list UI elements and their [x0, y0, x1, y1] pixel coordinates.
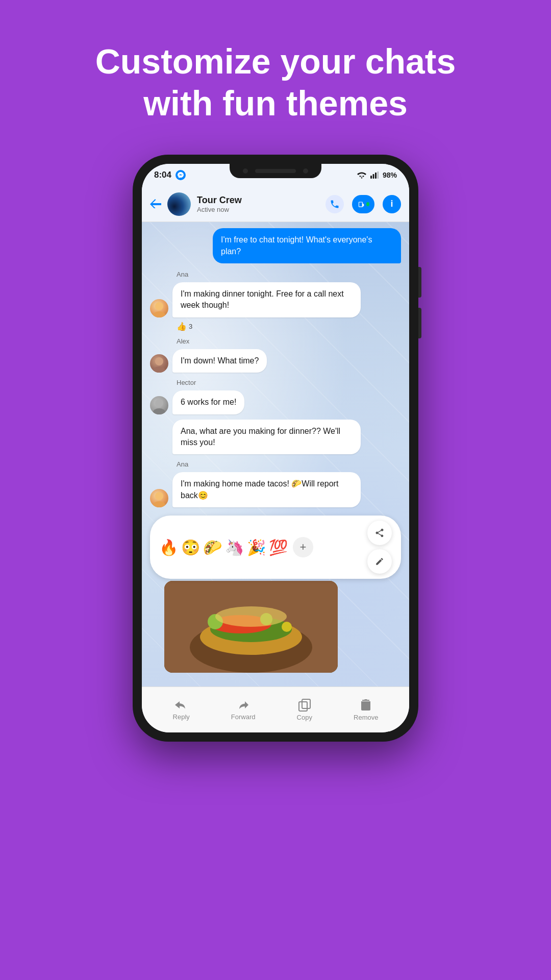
emoji-party[interactable]: 🎉	[247, 538, 266, 556]
signal-icon	[370, 172, 379, 179]
edit-button[interactable]	[367, 549, 392, 574]
svg-point-6	[155, 357, 163, 365]
share-button[interactable]	[367, 521, 392, 545]
svg-rect-1	[372, 174, 374, 179]
svg-point-20	[215, 606, 287, 627]
sender-label-hector: Hector	[177, 379, 401, 386]
volume-button-2[interactable]	[418, 308, 421, 338]
emoji-100[interactable]: 💯	[269, 538, 288, 556]
toolbar-remove[interactable]: Remove	[354, 698, 378, 721]
copy-icon	[298, 698, 311, 712]
svg-rect-22	[299, 702, 307, 711]
message-row-ana1: I'm making dinner tonight. Free for a ca…	[150, 282, 401, 317]
group-status: Active now	[197, 206, 319, 213]
phone-call-button[interactable]	[325, 195, 344, 213]
remove-label: Remove	[354, 714, 378, 721]
remove-icon	[360, 698, 372, 712]
avatar-alex	[150, 354, 168, 373]
speaker	[255, 169, 296, 173]
avatar-hector	[150, 396, 168, 414]
toolbar-copy[interactable]: Copy	[297, 698, 312, 721]
sender-label-alex: Alex	[177, 337, 401, 345]
reply-icon	[174, 699, 188, 711]
battery-text: 98%	[383, 171, 397, 179]
message-row-hector1: 6 works for me!	[150, 390, 401, 414]
status-icons: 98%	[357, 171, 397, 179]
message-bubble-ana1: I'm making dinner tonight. Free for a ca…	[172, 282, 361, 317]
svg-point-19	[282, 622, 292, 632]
message-bubble-alex1: I'm down! What time?	[172, 349, 267, 373]
status-time: 8:04	[154, 170, 171, 180]
svg-rect-2	[375, 173, 377, 179]
toolbar-reply[interactable]: Reply	[173, 699, 190, 721]
svg-rect-0	[370, 176, 372, 179]
phone-frame: 8:04	[133, 155, 418, 742]
reaction-count: 3	[189, 323, 192, 330]
reaction-emoji: 👍	[177, 322, 187, 331]
header-info: Tour Crew Active now	[197, 195, 319, 213]
message-row-alex1: I'm down! What time?	[150, 349, 401, 373]
reaction-badge-ana1: 👍 3	[177, 322, 401, 331]
group-name: Tour Crew	[197, 195, 319, 206]
outgoing-message-1: I'm free to chat tonight! What's everyon…	[213, 228, 401, 263]
food-image	[164, 581, 338, 673]
svg-point-10	[155, 492, 163, 500]
header-actions: i	[325, 195, 401, 213]
hero-line2: with fun themes	[143, 84, 408, 122]
message-row-ana2: I'm making home made tacos! 🌮Will report…	[150, 472, 401, 507]
svg-point-9	[153, 408, 165, 414]
copy-label: Copy	[297, 714, 312, 721]
wifi-icon	[357, 172, 366, 179]
bottom-toolbar: Reply Forward Copy	[142, 687, 409, 732]
phone-notch	[230, 164, 321, 178]
emoji-eyes[interactable]: 😳	[181, 538, 200, 556]
svg-point-4	[155, 302, 163, 310]
messages-container: I'm free to chat tonight! What's everyon…	[142, 222, 409, 513]
sender-label-ana: Ana	[177, 271, 401, 278]
emoji-fire[interactable]: 🔥	[159, 538, 178, 556]
info-button[interactable]: i	[383, 195, 401, 213]
avatar-hector2	[150, 436, 168, 454]
svg-rect-3	[377, 172, 379, 179]
svg-point-5	[153, 311, 165, 317]
emoji-taco[interactable]: 🌮	[203, 538, 222, 556]
message-bubble-hector2: Ana, what are you making for dinner?? We…	[172, 420, 361, 455]
volume-button-1[interactable]	[418, 267, 421, 298]
phone-screen: 8:04	[142, 164, 409, 732]
message-row-hector2: Ana, what are you making for dinner?? We…	[150, 420, 401, 455]
svg-rect-21	[302, 699, 310, 708]
chat-area: I'm free to chat tonight! What's everyon…	[142, 222, 409, 687]
camera-dot-left	[243, 168, 248, 174]
chat-header: Tour Crew Active now i	[142, 186, 409, 222]
avatar-ana	[150, 299, 168, 317]
forward-label: Forward	[231, 713, 256, 721]
sender-label-ana2: Ana	[177, 460, 401, 468]
group-avatar	[167, 192, 191, 216]
forward-icon	[236, 699, 251, 711]
back-button[interactable]	[150, 196, 161, 212]
emoji-unicorn[interactable]: 🦄	[225, 538, 244, 556]
avatar-ana2	[150, 489, 168, 507]
camera-dot-right	[303, 168, 308, 174]
hero-text: Customize your chats with fun themes	[65, 41, 487, 124]
emoji-reaction-bar: 🔥 😳 🌮 🦄 🎉 💯 +	[150, 516, 401, 579]
svg-point-11	[153, 501, 165, 507]
hero-line1: Customize your chats	[95, 42, 456, 81]
toolbar-forward[interactable]: Forward	[231, 699, 256, 721]
reply-label: Reply	[173, 713, 190, 721]
svg-point-8	[155, 399, 163, 407]
more-emoji-button[interactable]: +	[293, 537, 313, 557]
svg-point-7	[153, 366, 165, 373]
video-call-button[interactable]	[352, 195, 374, 213]
messenger-icon	[176, 170, 186, 180]
message-bubble-ana2: I'm making home made tacos! 🌮Will report…	[172, 472, 361, 507]
message-bubble-hector1: 6 works for me!	[172, 390, 244, 414]
